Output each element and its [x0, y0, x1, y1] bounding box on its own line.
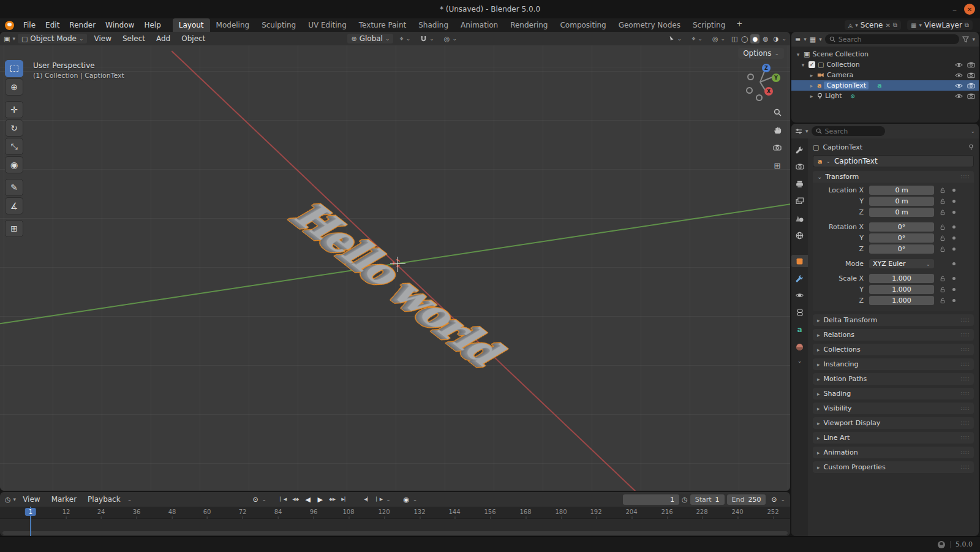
- disable-render-icon[interactable]: [967, 93, 975, 99]
- panel-motion-paths[interactable]: ▸ Motion Paths ∷∷: [813, 373, 974, 385]
- row-scene-collection[interactable]: ▾ ▣ Scene Collection: [791, 49, 979, 59]
- hide-eye-icon[interactable]: [955, 72, 963, 78]
- tab-constraints[interactable]: [791, 306, 808, 319]
- tabs-overflow-chevron[interactable]: ⌄: [797, 358, 802, 364]
- editor-type-timeline-icon[interactable]: ◷: [5, 496, 11, 503]
- animate-dot[interactable]: [952, 236, 956, 240]
- tool-scale[interactable]: ⤡: [5, 138, 23, 155]
- options-dropdown[interactable]: Options ⌄: [738, 48, 784, 59]
- gizmo-x-axis[interactable]: X: [764, 87, 773, 96]
- tool-measure[interactable]: ∡: [5, 197, 23, 214]
- row-light[interactable]: ▸ Light ⊙: [791, 91, 979, 101]
- view-layer-selector[interactable]: ▦ ▾ ViewLayer ⧉: [907, 20, 973, 30]
- transform-orientation-dropdown[interactable]: ⊕ Global ⌄: [347, 34, 393, 43]
- tab-scene[interactable]: [791, 212, 808, 224]
- tab-material[interactable]: [791, 341, 808, 353]
- tab-layout[interactable]: Layout: [173, 18, 210, 32]
- panel-viewport-display[interactable]: ▸ Viewport Display ∷∷: [813, 417, 974, 429]
- menu-help[interactable]: Help: [140, 20, 165, 31]
- timeline-menu-playback[interactable]: Playback: [83, 494, 125, 504]
- rotation-x-field[interactable]: 0°: [869, 222, 934, 232]
- panel-animation[interactable]: ▸ Animation ∷∷: [813, 447, 974, 458]
- auto-keying-button[interactable]: ⊙ ⌄: [250, 494, 267, 505]
- viewport-menu-select[interactable]: Select: [118, 34, 149, 43]
- prev-keyframe-button[interactable]: ◀◆: [290, 494, 301, 505]
- step-back-button[interactable]: ◀▏: [361, 494, 373, 505]
- panel-relations[interactable]: ▸ Relations ∷∷: [813, 329, 974, 341]
- filter-icon[interactable]: [962, 36, 969, 43]
- navigation-gizmo[interactable]: Z Y X: [740, 61, 780, 102]
- tool-transform[interactable]: ◉: [5, 156, 23, 173]
- row-collection[interactable]: ▾ ✓ ▢ Collection: [791, 59, 979, 70]
- viewport-menu-add[interactable]: Add: [152, 34, 175, 43]
- shading-options-chevron[interactable]: ⌄: [782, 36, 786, 42]
- tab-sculpting[interactable]: Sculpting: [255, 18, 302, 32]
- animate-dot[interactable]: [952, 288, 956, 291]
- frame-end-field[interactable]: End 250: [727, 494, 766, 505]
- playhead-frame-chip[interactable]: 1: [25, 508, 36, 516]
- editor-type-3d-icon[interactable]: ▣: [4, 36, 10, 42]
- tab-modeling[interactable]: Modeling: [210, 18, 256, 32]
- frame-start-field[interactable]: Start 1: [690, 494, 725, 505]
- tab-shading[interactable]: Shading: [412, 18, 454, 32]
- object-visibility-dropdown[interactable]: ⌄: [665, 35, 686, 42]
- jump-to-end-button[interactable]: ▶▏: [339, 494, 350, 505]
- animate-dot[interactable]: [952, 299, 956, 302]
- tool-rotate[interactable]: ↻: [5, 119, 23, 137]
- snapping-dropdown[interactable]: ⌄: [417, 35, 438, 43]
- text-object-hello-world[interactable]: Hello world: [287, 192, 510, 373]
- location-y-field[interactable]: 0 m: [869, 197, 934, 206]
- tab-compositing[interactable]: Compositing: [554, 18, 612, 32]
- editor-type-outliner-icon[interactable]: ≡: [795, 36, 801, 43]
- playback-sync-dropdown[interactable]: ⊙ ⌄: [768, 494, 785, 505]
- minimize-button[interactable]: –: [952, 5, 957, 13]
- shading-wireframe-button[interactable]: ◯: [740, 34, 749, 43]
- lock-icon[interactable]: [938, 187, 947, 194]
- lock-icon[interactable]: [938, 276, 947, 282]
- add-workspace-button[interactable]: +: [731, 18, 747, 32]
- panel-custom-properties[interactable]: ▸ Custom Properties ∷∷: [813, 461, 974, 473]
- pin-icon[interactable]: [968, 144, 974, 151]
- hide-eye-icon[interactable]: [955, 93, 963, 99]
- collection-checkbox[interactable]: ✓: [809, 61, 815, 68]
- tab-uv-editing[interactable]: UV Editing: [302, 18, 353, 32]
- playhead[interactable]: 1: [30, 507, 31, 536]
- rotation-mode-dropdown[interactable]: XYZ Euler ⌄: [869, 259, 934, 268]
- scale-x-field[interactable]: 1.000: [869, 274, 934, 283]
- gizmo-y-axis[interactable]: Y: [772, 74, 780, 82]
- viewport-canvas[interactable]: Hello world Options ⌄ User Perspective (…: [0, 45, 790, 491]
- hide-eye-icon[interactable]: [955, 83, 963, 89]
- menu-render[interactable]: Render: [65, 20, 100, 31]
- menu-file[interactable]: File: [19, 20, 40, 31]
- unlink-scene-icon[interactable]: ✕: [885, 22, 890, 29]
- lock-icon[interactable]: [938, 210, 947, 216]
- disable-render-icon[interactable]: [967, 72, 975, 78]
- panel-delta-transform[interactable]: ▸ Delta Transform ∷∷: [813, 314, 974, 326]
- tab-geometry-nodes[interactable]: Geometry Nodes: [612, 18, 687, 32]
- close-button[interactable]: ✕: [964, 4, 975, 15]
- panel-shading[interactable]: ▸ Shading ∷∷: [813, 388, 974, 399]
- jump-to-start-button[interactable]: ▏◀: [277, 494, 289, 505]
- step-forward-button[interactable]: ▏▶: [374, 494, 385, 505]
- pivot-point-dropdown[interactable]: ⌖ ⌄: [396, 35, 414, 43]
- tab-object-data[interactable]: a: [791, 323, 808, 336]
- tab-animation[interactable]: Animation: [454, 18, 504, 32]
- display-mode-icon[interactable]: ▦: [810, 36, 816, 43]
- timeline-scrollbar[interactable]: [2, 531, 788, 535]
- outliner-search-input[interactable]: Search: [825, 34, 960, 44]
- lock-icon[interactable]: [938, 298, 947, 304]
- viewport-menu-object[interactable]: Object: [177, 34, 209, 43]
- animate-dot[interactable]: [952, 225, 956, 229]
- panel-instancing[interactable]: ▸ Instancing ∷∷: [813, 358, 974, 370]
- menu-edit[interactable]: Edit: [41, 20, 64, 31]
- zoom-icon[interactable]: [772, 107, 783, 118]
- tab-modifiers[interactable]: [791, 272, 808, 284]
- rotation-y-field[interactable]: 0°: [869, 233, 934, 243]
- animate-dot[interactable]: [952, 248, 956, 251]
- disable-render-icon[interactable]: [967, 83, 975, 89]
- scene-selector[interactable]: ◬ ▾ Scene ✕ ⧉: [845, 20, 901, 30]
- lock-icon[interactable]: [938, 287, 947, 293]
- tab-world[interactable]: [791, 229, 808, 241]
- animate-dot[interactable]: [952, 262, 956, 265]
- new-view-layer-icon[interactable]: ⧉: [965, 21, 969, 29]
